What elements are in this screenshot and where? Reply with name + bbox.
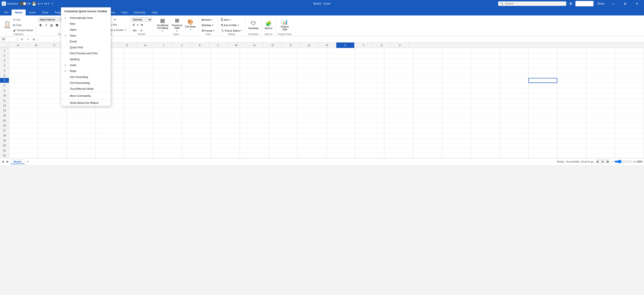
menu-item-8[interactable]: ✓Undo	[61, 62, 111, 68]
menu-item-label-2: Open	[70, 28, 108, 31]
menu-divider2	[61, 99, 111, 100]
menu-item-label-10: Sort Ascending	[70, 76, 108, 79]
menu-item-label-5: Quick Print	[70, 46, 108, 49]
menu-title: Customize Quick Access Toolbar	[61, 8, 111, 15]
menu-item-label-8: Undo	[70, 64, 108, 67]
menu-item-label-1: New	[70, 22, 108, 26]
more-commands-item[interactable]: More Commands...	[61, 93, 111, 99]
menu-item-label-12: Touch/Mouse Mode	[70, 87, 108, 90]
menu-item-4[interactable]: Email	[61, 39, 111, 44]
menu-item-6[interactable]: Print Preview and Print	[61, 50, 111, 56]
menu-item-12[interactable]: Touch/Mouse Mode	[61, 86, 111, 92]
customize-quick-access-menu: Customize Quick Access Toolbar ✓Automati…	[61, 7, 111, 106]
menu-item-0[interactable]: ✓Automatically Save	[61, 15, 111, 21]
menu-item-1[interactable]: New	[61, 21, 111, 27]
menu-item-10[interactable]: Sort Ascending	[61, 74, 111, 80]
menu-item-check-9: ✓	[64, 70, 68, 73]
menu-item-2[interactable]: Open	[61, 27, 111, 33]
menu-item-5[interactable]: Quick Print	[61, 44, 111, 50]
show-below-item[interactable]: Show Below the Ribbon	[61, 100, 111, 106]
menu-item-check-8: ✓	[64, 64, 68, 67]
menu-item-label-9: Redo	[70, 70, 108, 73]
menu-item-check-0: ✓	[64, 16, 68, 20]
menu-item-label-4: Email	[70, 40, 108, 43]
menu-item-7[interactable]: Spelling	[61, 56, 111, 62]
menu-item-check-3: ✓	[64, 34, 68, 37]
menu-item-label-11: Sort Descending	[70, 81, 108, 84]
menu-item-label-3: Save	[70, 34, 108, 37]
more-commands-label: More Commands...	[70, 94, 108, 98]
menu-item-label-0: Automatically Save	[70, 16, 108, 20]
menu-item-11[interactable]: Sort Descending	[61, 80, 111, 86]
menu-items: ✓Automatically SaveNewOpen✓SaveEmailQuic…	[61, 15, 111, 92]
menu-item-label-7: Spelling	[70, 58, 108, 61]
menu-item-label-6: Print Preview and Print	[70, 52, 108, 55]
menu-item-9[interactable]: ✓Redo	[61, 68, 111, 74]
menu-item-3[interactable]: ✓Save	[61, 33, 111, 39]
menu-divider1	[61, 92, 111, 92]
show-below-label: Show Below the Ribbon	[70, 101, 108, 104]
